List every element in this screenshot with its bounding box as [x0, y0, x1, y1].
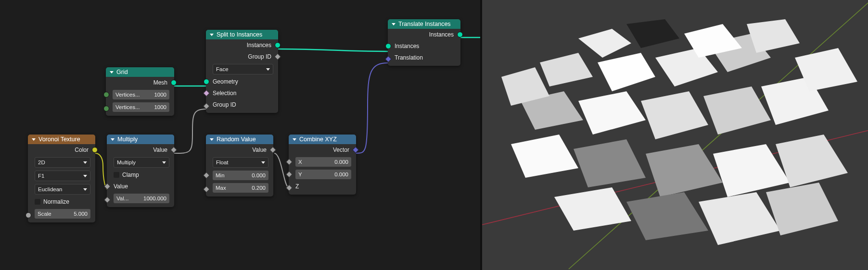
- node-title: Multiply: [117, 136, 138, 143]
- input-selection: Selection: [213, 90, 236, 97]
- socket-input[interactable]: [103, 92, 109, 98]
- output-color: Color: [75, 147, 89, 153]
- node-header[interactable]: Grid: [106, 67, 174, 77]
- socket-input[interactable]: [204, 79, 209, 85]
- node-title: Translate Instances: [398, 21, 451, 27]
- output-groupid: Group ID: [248, 53, 271, 60]
- node-title: Combine XYZ: [299, 136, 337, 143]
- y-field[interactable]: Y0.000: [295, 170, 351, 179]
- socket-input[interactable]: [26, 212, 31, 218]
- chevron-down-icon: [110, 71, 114, 74]
- svg-marker-13: [511, 135, 578, 178]
- svg-marker-23: [747, 19, 800, 53]
- input-z: Z: [295, 183, 299, 190]
- chevron-down-icon: [392, 23, 396, 25]
- node-voronoi-texture[interactable]: Voronoi Texture Color 2D F1 Euclidean No…: [28, 135, 95, 222]
- operation-select[interactable]: Multiply: [114, 157, 169, 168]
- 3d-viewport[interactable]: [481, 0, 868, 270]
- node-header[interactable]: Random Value: [206, 135, 273, 144]
- node-translate-instances[interactable]: Translate Instances Instances Instances …: [388, 19, 460, 66]
- value-field[interactable]: Val...1000.000: [114, 194, 169, 203]
- socket-output[interactable]: [92, 147, 98, 153]
- svg-marker-5: [598, 53, 655, 91]
- node-header[interactable]: Multiply: [107, 135, 174, 144]
- socket-input[interactable]: [203, 172, 210, 179]
- input-value: Value: [114, 183, 128, 190]
- voronoi-dim-select[interactable]: 2D: [35, 157, 90, 168]
- socket-input[interactable]: [385, 43, 391, 49]
- svg-marker-14: [574, 139, 646, 187]
- voronoi-type-select[interactable]: F1: [35, 171, 90, 181]
- node-title: Voronoi Texture: [38, 136, 80, 143]
- socket-output[interactable]: [171, 80, 177, 86]
- socket-input[interactable]: [286, 159, 293, 165]
- normalize-checkbox[interactable]: [35, 199, 40, 205]
- node-split-to-instances[interactable]: Split to Instances Instances Group ID Fa…: [206, 30, 278, 113]
- output-instances: Instances: [247, 42, 271, 49]
- socket-input[interactable]: [286, 184, 293, 191]
- node-math-multiply[interactable]: Multiply Value Multiply Clamp Value Val.…: [107, 135, 174, 207]
- voronoi-metric-select[interactable]: Euclidean: [35, 184, 90, 195]
- svg-marker-11: [703, 86, 771, 135]
- node-title: Random Value: [217, 136, 256, 143]
- socket-output[interactable]: [170, 147, 177, 153]
- max-field[interactable]: Max0.200: [213, 183, 268, 193]
- chevron-down-icon: [293, 138, 296, 141]
- node-title: Split to Instances: [217, 31, 262, 38]
- socket-input[interactable]: [103, 106, 109, 111]
- input-instances: Instances: [395, 43, 419, 49]
- socket-output[interactable]: [275, 42, 281, 48]
- vertices-y-field[interactable]: Vertices...1000: [113, 102, 169, 112]
- random-type-select[interactable]: Float: [213, 157, 268, 168]
- clamp-checkbox[interactable]: [114, 172, 119, 178]
- node-header[interactable]: Split to Instances: [206, 30, 278, 39]
- input-geometry: Geometry: [213, 78, 238, 85]
- output-vector: Vector: [333, 147, 349, 153]
- socket-input[interactable]: [104, 183, 111, 190]
- scale-field[interactable]: Scale5.000: [35, 209, 90, 219]
- socket-input[interactable]: [203, 185, 210, 192]
- domain-select[interactable]: Face: [213, 64, 273, 74]
- output-instances: Instances: [429, 31, 454, 38]
- input-groupid: Group ID: [213, 101, 236, 108]
- output-value: Value: [252, 147, 267, 153]
- svg-marker-15: [646, 144, 723, 197]
- x-field[interactable]: X0.000: [295, 157, 351, 167]
- socket-input[interactable]: [203, 102, 210, 109]
- normalize-label: Normalize: [43, 198, 69, 205]
- socket-input[interactable]: [286, 171, 293, 178]
- socket-input[interactable]: [104, 196, 111, 203]
- socket-output[interactable]: [457, 32, 463, 37]
- svg-marker-2: [578, 29, 631, 58]
- svg-marker-4: [540, 53, 593, 86]
- chevron-down-icon: [210, 34, 214, 36]
- svg-marker-9: [578, 91, 646, 135]
- svg-marker-20: [699, 192, 780, 245]
- viewport-scene: [482, 0, 868, 270]
- node-editor[interactable]: Grid Mesh Vertices...1000 Vertices...100…: [0, 0, 480, 270]
- node-header[interactable]: Combine XYZ: [289, 135, 356, 144]
- svg-marker-19: [626, 192, 708, 240]
- socket-input[interactable]: [385, 55, 392, 62]
- node-random-value[interactable]: Random Value Value Float Min0.000 Max0.2…: [206, 135, 273, 196]
- svg-marker-3: [626, 19, 679, 48]
- node-combine-xyz[interactable]: Combine XYZ Vector X0.000 Y0.000 Z: [289, 135, 356, 195]
- chevron-down-icon: [32, 138, 36, 141]
- svg-marker-10: [641, 91, 708, 139]
- socket-output[interactable]: [269, 147, 276, 153]
- chevron-down-icon: [111, 138, 115, 141]
- node-title: Grid: [116, 69, 128, 75]
- clamp-label: Clamp: [122, 172, 139, 178]
- socket-output[interactable]: [352, 147, 359, 153]
- vertices-x-field[interactable]: Vertices...1000: [113, 90, 169, 99]
- node-grid[interactable]: Grid Mesh Vertices...1000 Vertices...100…: [106, 67, 174, 116]
- chevron-down-icon: [210, 138, 214, 141]
- output-value: Value: [153, 147, 167, 153]
- node-header[interactable]: Translate Instances: [388, 19, 460, 29]
- min-field[interactable]: Min0.000: [213, 171, 268, 180]
- output-mesh: Mesh: [153, 79, 167, 86]
- socket-input[interactable]: [203, 90, 210, 97]
- node-header[interactable]: Voronoi Texture: [28, 135, 95, 144]
- socket-output[interactable]: [274, 53, 281, 60]
- input-translation: Translation: [395, 54, 423, 61]
